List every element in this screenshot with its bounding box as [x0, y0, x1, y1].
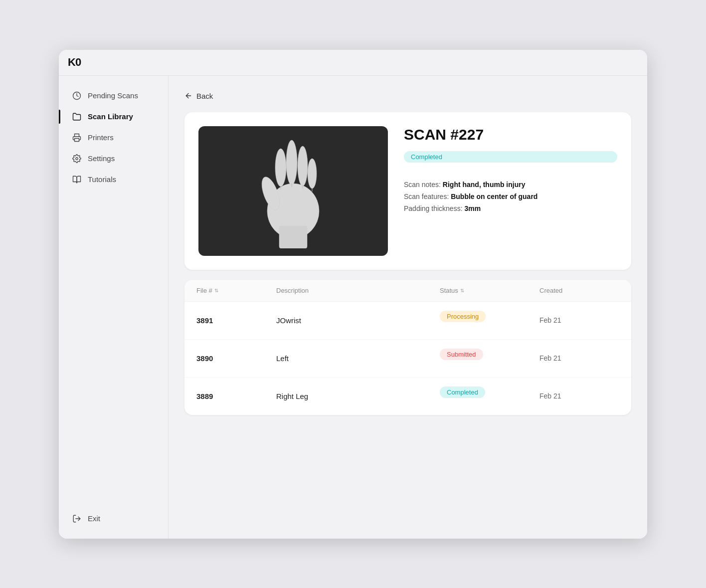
th-file-num[interactable]: File # ⇅ [196, 287, 276, 294]
sidebar: Pending Scans Scan Library [59, 76, 169, 539]
date-3889: Feb 21 [539, 392, 619, 400]
exit-icon [72, 514, 82, 524]
table-row[interactable]: 3890 Left Submitted Feb 21 [184, 340, 631, 378]
file-num-3889: 3889 [196, 392, 276, 400]
files-table-card: File # ⇅ Description Status ⇅ Created [184, 280, 631, 415]
sidebar-item-pending-scans-label: Pending Scans [88, 91, 138, 100]
status-processing: Processing [440, 311, 539, 330]
description-left: Left [276, 354, 440, 363]
status-badge-completed: Completed [440, 387, 485, 398]
file-num-3891: 3891 [196, 316, 276, 325]
sidebar-item-printers[interactable]: Printers [65, 128, 162, 148]
th-file-num-label: File # [196, 287, 212, 294]
app-window: K0 Pending Scans [59, 50, 647, 539]
th-status-label: Status [440, 287, 458, 294]
table-row[interactable]: 3891 JOwrist Processing Feb 21 [184, 302, 631, 340]
book-icon [72, 175, 82, 185]
scan-info: SCAN #227 Completed Scan notes: Right ha… [404, 126, 617, 256]
status-submitted: Submitted [440, 349, 539, 368]
svg-point-7 [275, 149, 286, 187]
back-button[interactable]: Back [184, 92, 631, 100]
padding-value: 3mm [464, 204, 481, 212]
sidebar-item-tutorials[interactable]: Tutorials [65, 170, 162, 190]
th-status[interactable]: Status ⇅ [440, 287, 539, 294]
svg-point-8 [286, 140, 297, 185]
sidebar-bottom: Exit [59, 503, 168, 529]
scan-detail-card: SCAN #227 Completed Scan notes: Right ha… [184, 112, 631, 270]
th-description-label: Description [276, 287, 309, 294]
file-num-3890: 3890 [196, 354, 276, 363]
date-3890: Feb 21 [539, 354, 619, 362]
description-right-leg: Right Leg [276, 392, 440, 400]
sidebar-item-settings[interactable]: Settings [65, 149, 162, 169]
padding-thickness-row: Padding thickness: 3mm [404, 204, 617, 212]
th-description: Description [276, 287, 440, 294]
svg-point-10 [308, 159, 317, 189]
padding-label: Padding thickness: [404, 204, 463, 212]
content-area: Back [169, 76, 647, 539]
printer-icon [72, 133, 82, 143]
sidebar-item-settings-label: Settings [88, 154, 115, 163]
clock-icon [72, 91, 82, 101]
svg-point-9 [298, 146, 308, 186]
gear-icon [72, 154, 82, 164]
folder-icon [72, 112, 82, 122]
sidebar-item-pending-scans[interactable]: Pending Scans [65, 86, 162, 106]
scan-title: SCAN #227 [404, 126, 617, 143]
scan-notes-row: Scan notes: Right hand, thumb injury [404, 181, 617, 189]
title-bar: K0 [59, 50, 647, 76]
scan-notes-label: Scan notes: [404, 181, 441, 189]
scan-meta: Scan notes: Right hand, thumb injury Sca… [404, 181, 617, 212]
app-logo: K0 [68, 56, 81, 69]
hand-illustration [243, 134, 343, 248]
sidebar-item-tutorials-label: Tutorials [88, 175, 116, 184]
scan-features-value: Bubble on center of guard [451, 193, 537, 200]
sidebar-item-scan-library[interactable]: Scan Library [65, 107, 162, 127]
th-created-label: Created [539, 287, 562, 294]
table-row[interactable]: 3889 Right Leg Completed Feb 21 [184, 378, 631, 415]
status-badge-processing: Processing [440, 311, 486, 322]
description-jowrist: JOwrist [276, 316, 440, 325]
sort-icon-status: ⇅ [460, 288, 464, 293]
scan-image [198, 126, 388, 256]
main-layout: Pending Scans Scan Library [59, 76, 647, 539]
sidebar-nav: Pending Scans Scan Library [59, 86, 168, 503]
scan-features-row: Scan features: Bubble on center of guard [404, 193, 617, 200]
sidebar-item-printers-label: Printers [88, 133, 114, 142]
back-label: Back [196, 92, 213, 100]
scan-notes-value: Right hand, thumb injury [443, 181, 526, 189]
sidebar-item-exit[interactable]: Exit [65, 509, 162, 529]
arrow-left-icon [184, 92, 192, 100]
status-badge-submitted: Submitted [440, 349, 483, 360]
sort-icon-file-num: ⇅ [214, 288, 218, 293]
svg-point-2 [76, 157, 78, 160]
svg-rect-1 [75, 138, 79, 141]
exit-label: Exit [88, 514, 100, 523]
date-3891: Feb 21 [539, 316, 619, 324]
table-header: File # ⇅ Description Status ⇅ Created [184, 280, 631, 302]
scan-features-label: Scan features: [404, 193, 449, 200]
scan-status-badge: Completed [404, 151, 617, 163]
svg-rect-11 [279, 226, 307, 248]
th-created: Created [539, 287, 619, 294]
sidebar-item-scan-library-label: Scan Library [88, 112, 133, 121]
status-completed-row3: Completed [440, 387, 539, 406]
